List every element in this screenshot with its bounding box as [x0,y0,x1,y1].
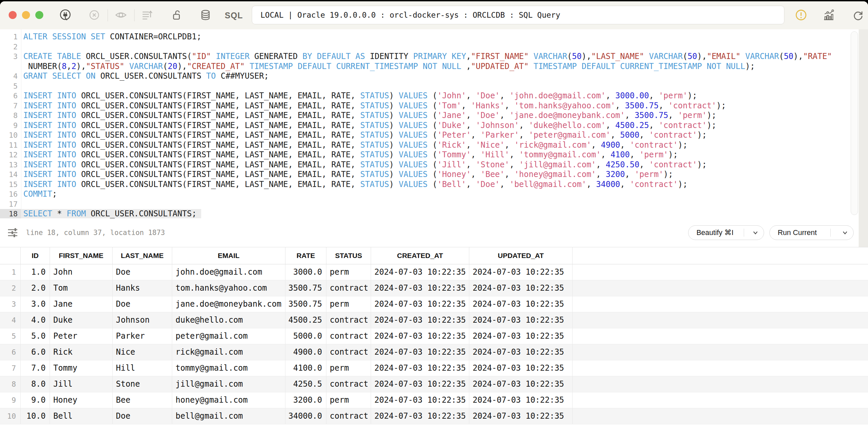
results-cell[interactable]: Hill [113,360,172,376]
results-cell[interactable]: John [50,264,113,280]
results-row[interactable]: 88.0JillStonejill@gmail.com4250.5contrac… [0,376,868,392]
results-cell[interactable]: jane.doe@moneybank.com [172,296,285,312]
results-cell[interactable]: 2024-07-03 10:22:35 [371,264,469,280]
results-cell[interactable]: 8.0 [21,376,50,392]
results-cell[interactable]: tom.hanks@yahoo.com [172,280,285,296]
results-cell[interactable]: 2.0 [21,280,50,296]
results-cell[interactable]: 3.0 [21,296,50,312]
results-cell[interactable]: contract [327,312,371,328]
results-cell[interactable]: jill@gmail.com [172,376,285,392]
results-cell[interactable]: Tommy [50,360,113,376]
results-cell[interactable]: contract [327,328,371,344]
results-cell[interactable]: 7.0 [21,360,50,376]
row-number[interactable]: 2 [0,280,21,296]
lock-open-icon[interactable] [170,8,184,22]
results-cell[interactable]: 5000.0 [285,328,327,344]
results-cell[interactable]: 2024-07-03 10:22:35 [371,296,469,312]
results-cell[interactable]: 2024-07-03 10:22:35 [469,408,572,424]
results-cell[interactable]: Johnson [113,312,172,328]
results-cell[interactable]: peter@gmail.com [172,328,285,344]
results-row[interactable]: 99.0HoneyBeehoney@gmail.com3200.0perm202… [0,392,868,408]
row-number[interactable]: 9 [0,392,21,408]
results-cell[interactable]: 2024-07-03 10:22:35 [371,408,469,424]
results-cell[interactable]: 4250.5 [285,376,327,392]
results-cell[interactable]: Hanks [113,280,172,296]
results-row[interactable]: 1010.0BellDoebell@gmail.com34000.0contra… [0,408,868,424]
results-cell[interactable]: 2024-07-03 10:22:35 [371,360,469,376]
results-cell[interactable]: Honey [50,392,113,408]
results-cell[interactable]: 2024-07-03 10:22:35 [371,312,469,328]
results-row[interactable]: 55.0PeterParkerpeter@gmail.com5000.0cont… [0,328,868,344]
results-cell[interactable]: Stone [113,376,172,392]
run-current-button[interactable]: Run Current [769,225,854,240]
sql-editor[interactable]: 1ALTER SESSION SET CONTAINER=ORCLPDB1;23… [0,29,859,218]
results-header-cell[interactable]: RATE [285,247,327,264]
results-cell[interactable]: Peter [50,328,113,344]
results-cell[interactable]: Duke [50,312,113,328]
results-cell[interactable]: contract [327,376,371,392]
results-cell[interactable]: 2024-07-03 10:22:35 [371,280,469,296]
results-cell[interactable]: contract [327,408,371,424]
results-header-cell[interactable]: LAST_NAME [113,247,172,264]
results-cell[interactable]: Parker [113,328,172,344]
row-number[interactable]: 4 [0,312,21,328]
results-header-cell[interactable]: FIRST_NAME [50,247,113,264]
results-cell[interactable]: Jane [50,296,113,312]
results-cell[interactable]: Doe [113,296,172,312]
results-cell[interactable]: Doe [113,264,172,280]
results-cell[interactable]: perm [327,392,371,408]
results-cell[interactable]: 5.0 [21,328,50,344]
results-cell[interactable]: 2024-07-03 10:22:35 [469,328,572,344]
results-header-cell[interactable]: ID [21,247,50,264]
chevron-down-icon[interactable] [752,229,759,236]
results-cell[interactable]: 4.0 [21,312,50,328]
row-number[interactable]: 1 [0,264,21,280]
results-cell[interactable]: perm [327,296,371,312]
results-header-cell[interactable]: CREATED_AT [371,247,469,264]
connection-title-field[interactable]: LOCAL | Oracle 19.0.0.0.0 : orcl-docker-… [252,6,784,24]
results-cell[interactable]: 4500.25 [285,312,327,328]
results-cell[interactable]: duke@hello.com [172,312,285,328]
row-number[interactable]: 5 [0,328,21,344]
results-cell[interactable]: 2024-07-03 10:22:35 [371,328,469,344]
beautify-button[interactable]: Beautify ⌘I [688,225,764,240]
results-cell[interactable]: 6.0 [21,344,50,360]
results-row[interactable]: 22.0TomHankstom.hanks@yahoo.com3500.75co… [0,280,868,296]
results-cell[interactable]: Bee [113,392,172,408]
results-cell[interactable]: 2024-07-03 10:22:35 [469,344,572,360]
results-cell[interactable]: honey@gmail.com [172,392,285,408]
results-cell[interactable]: 2024-07-03 10:22:35 [469,264,572,280]
results-header-cell[interactable]: UPDATED_AT [469,247,572,264]
results-header-cell[interactable]: STATUS [327,247,371,264]
results-row[interactable]: 11.0JohnDoejohn.doe@gmail.com3000.0perm2… [0,264,868,280]
close-circle-icon[interactable] [88,8,101,22]
results-cell[interactable]: bell@gmail.com [172,408,285,424]
row-number[interactable]: 7 [0,360,21,376]
results-cell[interactable]: 3000.0 [285,264,327,280]
results-row[interactable]: 44.0DukeJohnsonduke@hello.com4500.25cont… [0,312,868,328]
results-cell[interactable]: Doe [113,408,172,424]
results-cell[interactable]: 4100.0 [285,360,327,376]
filter-sliders-icon[interactable] [7,227,19,239]
results-cell[interactable]: 3500.75 [285,296,327,312]
database-icon[interactable] [199,8,212,22]
row-number[interactable]: 6 [0,344,21,360]
results-row[interactable]: 33.0JaneDoejane.doe@moneybank.com3500.75… [0,296,868,312]
results-cell[interactable]: 1.0 [21,264,50,280]
results-row[interactable]: 77.0TommyHilltommy@gmail.com4100.0perm20… [0,360,868,376]
results-cell[interactable]: Nice [113,344,172,360]
traffic-minimize-button[interactable] [22,11,30,19]
row-number[interactable]: 3 [0,296,21,312]
results-cell[interactable]: 3200.0 [285,392,327,408]
results-cell[interactable]: 2024-07-03 10:22:35 [371,392,469,408]
results-cell[interactable]: 34000.0 [285,408,327,424]
results-cell[interactable]: john.doe@gmail.com [172,264,285,280]
traffic-zoom-button[interactable] [35,11,43,19]
row-number[interactable]: 8 [0,376,21,392]
results-cell[interactable]: perm [327,360,371,376]
results-cell[interactable]: Tom [50,280,113,296]
results-cell[interactable]: 4900.0 [285,344,327,360]
editor-scrollbar[interactable] [851,31,858,215]
results-cell[interactable]: 2024-07-03 10:22:35 [371,376,469,392]
results-cell[interactable]: 10.0 [21,408,50,424]
